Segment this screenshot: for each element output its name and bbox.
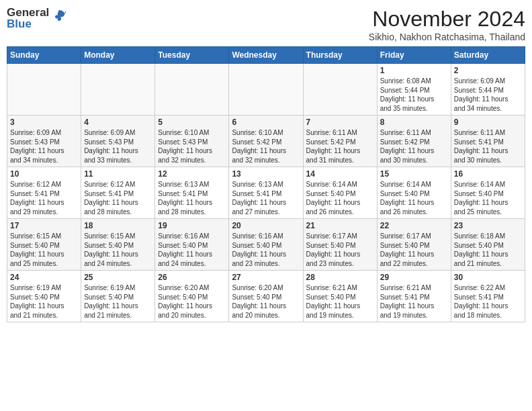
day-info: Sunrise: 6:20 AM Sunset: 5:40 PM Dayligh… [158,283,226,320]
calendar-cell: 25Sunrise: 6:19 AM Sunset: 5:40 PM Dayli… [81,271,155,322]
weekday-header-row: SundayMondayTuesdayWednesdayThursdayFrid… [7,47,525,64]
calendar-cell: 3Sunrise: 6:09 AM Sunset: 5:43 PM Daylig… [7,116,81,167]
calendar-week-row: 1Sunrise: 6:08 AM Sunset: 5:44 PM Daylig… [7,64,525,116]
day-info: Sunrise: 6:19 AM Sunset: 5:40 PM Dayligh… [84,283,152,320]
calendar-cell: 26Sunrise: 6:20 AM Sunset: 5:40 PM Dayli… [155,271,229,322]
day-number: 26 [158,273,226,282]
day-number: 16 [454,169,522,179]
calendar-cell: 24Sunrise: 6:19 AM Sunset: 5:40 PM Dayli… [7,271,81,322]
day-number: 24 [10,273,78,282]
day-info: Sunrise: 6:19 AM Sunset: 5:40 PM Dayligh… [10,283,78,320]
day-number: 28 [306,273,374,282]
calendar-cell [7,64,81,116]
day-info: Sunrise: 6:18 AM Sunset: 5:40 PM Dayligh… [454,232,522,268]
month-year: November 2024 [369,7,525,32]
logo-blue: Blue [7,18,49,30]
calendar-cell: 30Sunrise: 6:22 AM Sunset: 5:41 PM Dayli… [451,271,525,322]
day-number: 17 [10,221,78,230]
day-number: 30 [454,273,522,282]
logo: General Blue [7,7,66,30]
logo-general: General [7,7,49,18]
day-number: 25 [84,273,152,282]
calendar-week-row: 24Sunrise: 6:19 AM Sunset: 5:40 PM Dayli… [7,271,525,322]
day-number: 4 [84,118,152,127]
day-number: 9 [454,118,522,127]
calendar-cell: 27Sunrise: 6:20 AM Sunset: 5:40 PM Dayli… [229,271,303,322]
calendar-cell [229,64,303,116]
weekday-header-friday: Friday [377,47,451,64]
logo-bird-icon [52,8,66,26]
day-info: Sunrise: 6:09 AM Sunset: 5:43 PM Dayligh… [10,128,78,165]
day-number: 27 [232,273,300,282]
day-number: 12 [158,169,226,179]
title-block: November 2024 Sikhio, Nakhon Ratchasima,… [369,7,525,42]
day-info: Sunrise: 6:14 AM Sunset: 5:40 PM Dayligh… [380,180,448,216]
day-number: 10 [10,169,78,179]
day-number: 15 [380,169,448,179]
calendar-cell: 8Sunrise: 6:11 AM Sunset: 5:42 PM Daylig… [377,116,451,167]
location: Sikhio, Nakhon Ratchasima, Thailand [369,32,525,42]
calendar-week-row: 17Sunrise: 6:15 AM Sunset: 5:40 PM Dayli… [7,219,525,271]
day-number: 23 [454,221,522,230]
day-info: Sunrise: 6:14 AM Sunset: 5:40 PM Dayligh… [454,180,522,216]
calendar-cell: 21Sunrise: 6:17 AM Sunset: 5:40 PM Dayli… [303,219,377,271]
day-number: 13 [232,169,300,179]
calendar-cell: 12Sunrise: 6:13 AM Sunset: 5:41 PM Dayli… [155,167,229,219]
calendar-cell: 7Sunrise: 6:11 AM Sunset: 5:42 PM Daylig… [303,116,377,167]
day-info: Sunrise: 6:13 AM Sunset: 5:41 PM Dayligh… [232,180,300,216]
weekday-header-thursday: Thursday [303,47,377,64]
day-info: Sunrise: 6:21 AM Sunset: 5:40 PM Dayligh… [306,283,374,320]
day-number: 29 [380,273,448,282]
day-info: Sunrise: 6:09 AM Sunset: 5:44 PM Dayligh… [454,77,522,113]
day-info: Sunrise: 6:09 AM Sunset: 5:43 PM Dayligh… [84,128,152,165]
day-info: Sunrise: 6:21 AM Sunset: 5:41 PM Dayligh… [380,283,448,320]
page-header: General Blue November 2024 Sikhio, Nakho… [7,7,525,42]
day-info: Sunrise: 6:12 AM Sunset: 5:41 PM Dayligh… [10,180,78,216]
day-number: 21 [306,221,374,230]
day-info: Sunrise: 6:15 AM Sunset: 5:40 PM Dayligh… [84,232,152,268]
day-info: Sunrise: 6:08 AM Sunset: 5:44 PM Dayligh… [380,77,448,113]
weekday-header-sunday: Sunday [7,47,81,64]
day-info: Sunrise: 6:16 AM Sunset: 5:40 PM Dayligh… [232,232,300,268]
day-info: Sunrise: 6:17 AM Sunset: 5:40 PM Dayligh… [380,232,448,268]
calendar-cell: 14Sunrise: 6:14 AM Sunset: 5:40 PM Dayli… [303,167,377,219]
calendar-cell: 10Sunrise: 6:12 AM Sunset: 5:41 PM Dayli… [7,167,81,219]
day-info: Sunrise: 6:20 AM Sunset: 5:40 PM Dayligh… [232,283,300,320]
day-number: 14 [306,169,374,179]
calendar-cell: 1Sunrise: 6:08 AM Sunset: 5:44 PM Daylig… [377,64,451,116]
weekday-header-monday: Monday [81,47,155,64]
day-info: Sunrise: 6:13 AM Sunset: 5:41 PM Dayligh… [158,180,226,216]
calendar-cell: 13Sunrise: 6:13 AM Sunset: 5:41 PM Dayli… [229,167,303,219]
day-number: 1 [380,66,448,75]
calendar-cell: 18Sunrise: 6:15 AM Sunset: 5:40 PM Dayli… [81,219,155,271]
calendar-cell [155,64,229,116]
day-number: 20 [232,221,300,230]
day-info: Sunrise: 6:16 AM Sunset: 5:40 PM Dayligh… [158,232,226,268]
day-info: Sunrise: 6:12 AM Sunset: 5:41 PM Dayligh… [84,180,152,216]
calendar-week-row: 3Sunrise: 6:09 AM Sunset: 5:43 PM Daylig… [7,116,525,167]
calendar-cell: 19Sunrise: 6:16 AM Sunset: 5:40 PM Dayli… [155,219,229,271]
day-number: 8 [380,118,448,127]
calendar-cell: 17Sunrise: 6:15 AM Sunset: 5:40 PM Dayli… [7,219,81,271]
calendar-cell: 15Sunrise: 6:14 AM Sunset: 5:40 PM Dayli… [377,167,451,219]
calendar-cell: 22Sunrise: 6:17 AM Sunset: 5:40 PM Dayli… [377,219,451,271]
day-info: Sunrise: 6:14 AM Sunset: 5:40 PM Dayligh… [306,180,374,216]
day-info: Sunrise: 6:10 AM Sunset: 5:42 PM Dayligh… [232,128,300,165]
calendar-cell: 29Sunrise: 6:21 AM Sunset: 5:41 PM Dayli… [377,271,451,322]
calendar-cell: 5Sunrise: 6:10 AM Sunset: 5:43 PM Daylig… [155,116,229,167]
calendar-cell: 28Sunrise: 6:21 AM Sunset: 5:40 PM Dayli… [303,271,377,322]
calendar-cell: 23Sunrise: 6:18 AM Sunset: 5:40 PM Dayli… [451,219,525,271]
day-number: 11 [84,169,152,179]
day-info: Sunrise: 6:22 AM Sunset: 5:41 PM Dayligh… [454,283,522,320]
calendar-cell [81,64,155,116]
day-info: Sunrise: 6:10 AM Sunset: 5:43 PM Dayligh… [158,128,226,165]
day-info: Sunrise: 6:11 AM Sunset: 5:41 PM Dayligh… [454,128,522,165]
calendar-cell: 20Sunrise: 6:16 AM Sunset: 5:40 PM Dayli… [229,219,303,271]
calendar-table: SundayMondayTuesdayWednesdayThursdayFrid… [7,46,525,322]
calendar-cell: 9Sunrise: 6:11 AM Sunset: 5:41 PM Daylig… [451,116,525,167]
calendar-cell: 4Sunrise: 6:09 AM Sunset: 5:43 PM Daylig… [81,116,155,167]
day-number: 5 [158,118,226,127]
day-info: Sunrise: 6:11 AM Sunset: 5:42 PM Dayligh… [306,128,374,165]
weekday-header-saturday: Saturday [451,47,525,64]
day-number: 2 [454,66,522,75]
